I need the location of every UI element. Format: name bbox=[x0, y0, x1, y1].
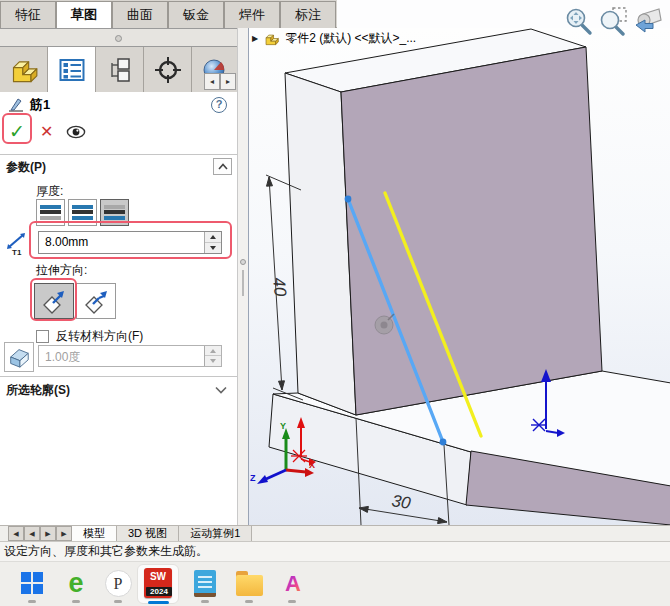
active-app-indicator bbox=[148, 601, 169, 604]
running-indicator bbox=[201, 600, 209, 603]
manager-tab-nav-right-icon[interactable]: ▸ bbox=[220, 73, 236, 90]
draft-spinner bbox=[204, 346, 221, 366]
expand-section-button[interactable] bbox=[215, 383, 227, 397]
manager-tab-nav-left-icon[interactable]: ◂ bbox=[204, 73, 220, 90]
flip-material-checkbox[interactable] bbox=[36, 330, 49, 343]
panel-splitter-vertical[interactable] bbox=[237, 28, 248, 525]
doc-tab-scroll-buttons: ◀ ◀ ▶ ▶ bbox=[8, 526, 72, 541]
browser-taskbar-button[interactable]: e bbox=[62, 569, 90, 597]
tab-featuremanager[interactable] bbox=[0, 47, 48, 92]
ribbon-tab-weldments[interactable]: 焊件 bbox=[224, 1, 280, 28]
thickness-label: 厚度: bbox=[36, 183, 63, 200]
spinner-down-icon[interactable] bbox=[205, 356, 221, 366]
propertymanager-list-icon bbox=[59, 58, 85, 82]
draft-wedge-icon bbox=[7, 345, 31, 369]
previous-view-icon[interactable] bbox=[632, 5, 664, 37]
manager-tab-nav: ◂ ▸ bbox=[204, 73, 236, 90]
p-app-taskbar-button[interactable]: P bbox=[104, 569, 132, 597]
preview-eye-button[interactable] bbox=[66, 125, 86, 142]
solidworks-2024-icon: SW 2024 bbox=[144, 568, 172, 598]
tab-motion-study[interactable]: 运动算例1 bbox=[179, 526, 252, 541]
help-icon[interactable]: ? bbox=[211, 97, 227, 113]
model-canvas: 40 30 bbox=[249, 28, 670, 525]
draft-angle-value: 1.00度 bbox=[45, 349, 80, 366]
explorer-taskbar-button[interactable] bbox=[235, 569, 263, 597]
dim30-text[interactable]: 30 bbox=[390, 491, 412, 513]
windows-logo-icon bbox=[21, 572, 43, 594]
zoom-fit-icon[interactable] bbox=[562, 5, 594, 37]
manager-tab-bar: ◂ ▸ bbox=[0, 47, 237, 92]
p-app-icon: P bbox=[105, 570, 132, 597]
graphics-viewport[interactable]: 40 30 bbox=[248, 28, 670, 525]
rib-feature-icon bbox=[8, 97, 24, 113]
scroll-first-icon[interactable]: ◀ bbox=[8, 526, 24, 541]
ribbon-tab-annotations[interactable]: 标注 bbox=[280, 1, 336, 28]
chevron-down-icon bbox=[215, 386, 227, 394]
tab-3d-views[interactable]: 3D 视图 bbox=[117, 526, 179, 541]
extrude-direction-label: 拉伸方向: bbox=[36, 262, 87, 279]
splitter-grip bbox=[242, 270, 244, 296]
splitter-handle-icon bbox=[115, 35, 122, 42]
pm-actions: ✓ ✕ bbox=[0, 118, 237, 150]
featuremanager-part-icon bbox=[10, 57, 38, 83]
tree-item-label[interactable]: 零件2 (默认) <<默认>_... bbox=[285, 30, 416, 47]
start-button[interactable] bbox=[18, 569, 46, 597]
sketch-endpoint-bottom bbox=[440, 439, 447, 446]
slab-front-face bbox=[341, 47, 602, 415]
scroll-prev-icon[interactable]: ◀ bbox=[24, 526, 40, 541]
svg-text:A: A bbox=[285, 571, 301, 596]
dim30-arrow-right bbox=[438, 518, 447, 524]
ribbon-tab-features[interactable]: 特征 bbox=[0, 1, 56, 28]
ai-app-taskbar-button[interactable]: A bbox=[279, 569, 307, 597]
tree-expander-icon[interactable]: ▶ bbox=[252, 34, 258, 43]
draft-angle-input[interactable]: 1.00度 bbox=[38, 345, 222, 367]
tab-propertymanager[interactable] bbox=[48, 47, 96, 92]
tab-dimxpertmanager[interactable] bbox=[144, 47, 192, 92]
cancel-button[interactable]: ✕ bbox=[40, 122, 53, 141]
highlight-thickness-input bbox=[29, 221, 232, 259]
dim40-arrow-bottom bbox=[279, 381, 285, 390]
draft-button[interactable] bbox=[4, 342, 34, 372]
dim40-text[interactable]: 40 bbox=[269, 276, 290, 297]
vertical-slab[interactable] bbox=[285, 29, 602, 415]
ribbon-tab-sketch[interactable]: 草图 bbox=[56, 1, 112, 28]
configurationmanager-icon bbox=[106, 57, 134, 83]
dim40-arrow-top bbox=[267, 177, 273, 186]
solidworks-taskbar-button[interactable]: SW 2024 bbox=[144, 569, 172, 597]
eye-icon bbox=[66, 125, 86, 139]
panel-splitter-horizontal[interactable] bbox=[0, 28, 237, 47]
ribbon-tab-surfaces[interactable]: 曲面 bbox=[112, 1, 168, 28]
direction-normal-button[interactable] bbox=[76, 283, 116, 319]
collapse-section-button[interactable] bbox=[213, 158, 232, 175]
ribbon-tab-sheetmetal[interactable]: 钣金 bbox=[168, 1, 224, 28]
zoom-to-area-icon[interactable] bbox=[597, 5, 629, 37]
part-icon bbox=[263, 31, 280, 46]
running-indicator bbox=[245, 600, 253, 603]
ribbon-tab-bar: 特征 草图 曲面 钣金 焊件 标注 bbox=[0, 0, 337, 28]
document-tab-bar: ◀ ◀ ▶ ▶ 模型 3D 视图 运动算例1 bbox=[0, 525, 670, 541]
pm-title: 筋1 bbox=[30, 96, 50, 114]
tab-model[interactable]: 模型 bbox=[72, 526, 117, 541]
highlight-direction-button bbox=[30, 278, 77, 321]
spinner-up-icon[interactable] bbox=[205, 346, 221, 356]
running-indicator bbox=[28, 600, 36, 603]
browser-e-icon: e bbox=[68, 570, 83, 596]
running-indicator bbox=[114, 600, 122, 603]
separator bbox=[0, 376, 237, 377]
dimxpert-target-icon bbox=[153, 56, 183, 84]
pm-header: 筋1 bbox=[8, 96, 50, 114]
solidworks-window: 40 30 bbox=[0, 0, 670, 606]
ai-app-icon: A bbox=[280, 570, 306, 596]
parameters-section-header: 参数(P) bbox=[6, 159, 46, 176]
scroll-last-icon[interactable]: ▶ bbox=[56, 526, 72, 541]
flip-material-label[interactable]: 反转材料方向(F) bbox=[56, 328, 143, 345]
chevron-up-icon bbox=[218, 163, 228, 170]
scroll-next-icon[interactable]: ▶ bbox=[40, 526, 56, 541]
axis-z-label: Z bbox=[250, 473, 256, 483]
folder-icon bbox=[236, 575, 263, 596]
tab-configurationmanager[interactable] bbox=[96, 47, 144, 92]
flip-material-row: 反转材料方向(F) bbox=[36, 328, 143, 345]
notepad-taskbar-button[interactable] bbox=[191, 569, 219, 597]
status-message: 设定方向、厚度和其它参数来生成筋。 bbox=[4, 544, 208, 558]
axis-y-label: Y bbox=[280, 421, 286, 431]
